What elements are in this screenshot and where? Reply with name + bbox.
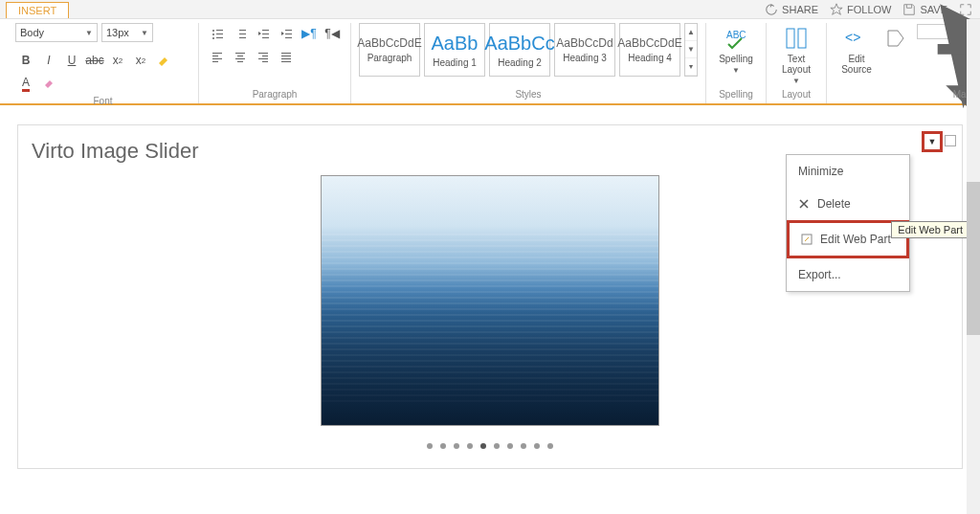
scroll-thumb[interactable]: [967, 182, 980, 335]
style-name: Heading 4: [628, 53, 672, 63]
eraser-icon: [42, 77, 56, 90]
style-tile-heading-4[interactable]: AaBbCcDdEHeading 4: [619, 23, 680, 77]
svg-rect-16: [212, 56, 218, 56]
style-tile-heading-2[interactable]: AaBbCcHeading 2: [489, 23, 550, 77]
svg-rect-21: [235, 58, 245, 59]
styles-scroll[interactable]: ▲ ▼ ▾: [684, 23, 698, 77]
highlight-button[interactable]: [153, 50, 174, 71]
align-left-icon: [211, 50, 224, 63]
svg-rect-26: [262, 61, 268, 62]
vertical-scrollbar[interactable]: [967, 19, 980, 514]
indent-icon: [279, 27, 293, 40]
slider-dot[interactable]: [494, 443, 500, 449]
group-label-spelling: Spelling: [714, 87, 758, 103]
slider-dot[interactable]: [454, 443, 459, 449]
menu-minimize[interactable]: Minimize: [787, 155, 909, 188]
slider-dot[interactable]: [427, 443, 433, 449]
superscript-button[interactable]: x2: [130, 50, 151, 71]
font-family-select[interactable]: Body▼: [15, 23, 98, 42]
number-list-button[interactable]: [230, 23, 251, 44]
outdent-button[interactable]: [253, 23, 274, 44]
webpart-menu-button[interactable]: ▼: [922, 131, 943, 152]
svg-rect-19: [235, 53, 245, 54]
slider-dot[interactable]: [534, 443, 540, 449]
rtl-button[interactable]: ¶◀: [322, 23, 343, 44]
menu-export[interactable]: Export...: [787, 258, 909, 291]
svg-rect-6: [239, 30, 246, 31]
align-center-button[interactable]: [230, 46, 251, 67]
slider-dot[interactable]: [480, 443, 486, 449]
expand-icon[interactable]: ▾: [685, 58, 697, 76]
group-label-markup: Markup: [835, 87, 980, 103]
webpart-image-slider: Virto Image Slider ▼ Minimize Delete Edi…: [17, 124, 963, 469]
svg-rect-1: [216, 30, 223, 31]
share-button[interactable]: SHARE: [765, 3, 818, 16]
svg-rect-11: [262, 37, 269, 38]
clear-format-button[interactable]: [38, 73, 59, 94]
slider-dots: [427, 443, 553, 449]
group-layout: Text Layout▼ Layout: [767, 23, 827, 103]
slide-image[interactable]: [321, 175, 659, 426]
svg-point-4: [212, 37, 214, 39]
svg-rect-25: [258, 58, 268, 59]
ribbon: Body▼ 13px▼ B I U abc x2 x2 A Font: [0, 19, 980, 105]
group-paragraph: ▶¶ ¶◀ Paragraph: [199, 23, 351, 103]
text-layout-button[interactable]: Text Layout▼: [774, 23, 818, 77]
webpart-checkbox[interactable]: [945, 135, 956, 146]
menu-delete[interactable]: Delete: [787, 188, 909, 220]
slider-dot[interactable]: [467, 443, 473, 449]
ltr-button[interactable]: ▶¶: [299, 23, 320, 44]
svg-rect-17: [212, 58, 222, 59]
follow-button[interactable]: FOLLOW: [830, 3, 891, 16]
justify-icon: [279, 50, 293, 63]
tag-icon: [882, 25, 909, 52]
slider-dot[interactable]: [507, 443, 513, 449]
styles-gallery: AaBbCcDdEParagraphAaBbHeading 1AaBbCcHea…: [359, 23, 698, 87]
svg-rect-12: [285, 30, 292, 31]
style-name: Heading 2: [498, 57, 542, 68]
svg-rect-5: [216, 37, 223, 38]
style-preview: AaBbCc: [484, 33, 554, 55]
italic-button[interactable]: I: [38, 50, 59, 71]
svg-rect-3: [216, 34, 223, 34]
water-image: [322, 176, 658, 425]
bullet-list-button[interactable]: [207, 23, 228, 44]
align-right-button[interactable]: [253, 46, 274, 67]
page-content: Virto Image Slider ▼ Minimize Delete Edi…: [0, 105, 980, 488]
align-left-button[interactable]: [207, 46, 228, 67]
tag-properties-button[interactable]: [882, 23, 909, 77]
edit-source-button[interactable]: <> Edit Source: [835, 23, 879, 77]
svg-rect-13: [285, 34, 292, 34]
close-icon: [798, 198, 810, 210]
slider-dot[interactable]: [521, 443, 526, 449]
chevron-up-icon[interactable]: ▲: [685, 24, 697, 41]
top-bar: INSERT SHARE FOLLOW SAVE: [0, 0, 980, 19]
chevron-down-icon: ▼: [85, 29, 93, 37]
svg-rect-10: [262, 34, 269, 34]
underline-button[interactable]: U: [61, 50, 82, 71]
indent-button[interactable]: [276, 23, 297, 44]
tab-insert[interactable]: INSERT: [6, 2, 69, 18]
spelling-button[interactable]: ABC Spelling▼: [714, 23, 758, 77]
font-size-select[interactable]: 13px▼: [101, 23, 153, 42]
slider-dot[interactable]: [547, 443, 553, 449]
bold-button[interactable]: B: [15, 50, 36, 71]
strike-button[interactable]: abc: [84, 50, 105, 71]
style-name: Paragraph: [368, 53, 412, 63]
svg-rect-15: [212, 53, 222, 54]
svg-rect-23: [258, 53, 268, 54]
subscript-button[interactable]: x2: [107, 50, 128, 71]
justify-button[interactable]: [276, 46, 297, 67]
group-label-paragraph: Paragraph: [207, 87, 343, 103]
style-preview: AaBbCcDdE: [617, 36, 681, 50]
chevron-down-icon[interactable]: ▼: [685, 41, 697, 58]
group-label-font: Font: [15, 94, 190, 110]
slider-dot[interactable]: [440, 443, 446, 449]
style-tile-heading-3[interactable]: AaBbCcDdHeading 3: [554, 23, 615, 77]
layout-icon: [783, 25, 810, 52]
style-tile-paragraph[interactable]: AaBbCcDdEParagraph: [359, 23, 420, 77]
font-color-button[interactable]: A: [15, 73, 36, 94]
star-icon: [830, 3, 843, 16]
group-spelling: ABC Spelling▼ Spelling: [706, 23, 767, 103]
style-tile-heading-1[interactable]: AaBbHeading 1: [424, 23, 485, 77]
